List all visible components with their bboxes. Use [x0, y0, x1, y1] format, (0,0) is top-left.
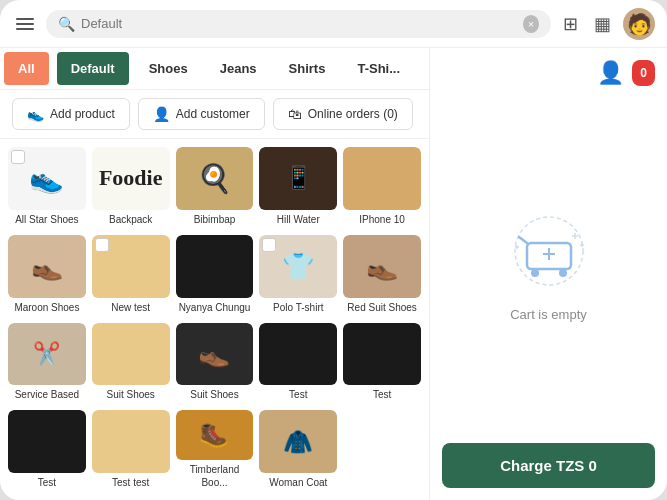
product-card[interactable]: Test: [8, 410, 86, 492]
avatar[interactable]: 🧑: [623, 8, 655, 40]
product-card[interactable]: Nyanya Chungu: [176, 235, 254, 317]
grid-view-button[interactable]: ⊞: [559, 9, 582, 39]
product-card[interactable]: New test: [92, 235, 170, 317]
tab-tshirts[interactable]: T-Shi...: [341, 48, 416, 89]
product-card[interactable]: Test: [259, 323, 337, 405]
search-clear-button[interactable]: ×: [523, 15, 539, 33]
product-card[interactable]: 👞 Maroon Shoes: [8, 235, 86, 317]
online-orders-button[interactable]: 🛍 Online orders (0): [273, 98, 413, 130]
product-card[interactable]: 👟 All Star Shoes: [8, 147, 86, 229]
product-card[interactable]: Test test: [92, 410, 170, 492]
right-top-row: 👤 0: [442, 60, 655, 86]
cart-empty-label: Cart is empty: [510, 307, 587, 322]
cart-illustration: [499, 215, 599, 295]
product-card[interactable]: IPhone 10: [343, 147, 421, 229]
product-card[interactable]: Suit Shoes: [92, 323, 170, 405]
product-card[interactable]: 👞 Red Suit Shoes: [343, 235, 421, 317]
svg-point-2: [531, 269, 539, 277]
product-card[interactable]: 🥾 Timberland Boo...: [176, 410, 254, 492]
device-frame: 🔍 × ⊞ ▦ 🧑 All Default Shoes Jeans Shirts…: [0, 0, 667, 500]
left-panel: All Default Shoes Jeans Shirts T-Shi... …: [0, 48, 430, 500]
top-bar: 🔍 × ⊞ ▦ 🧑: [0, 0, 667, 48]
tab-shirts[interactable]: Shirts: [273, 48, 342, 89]
product-card[interactable]: ✂️ Service Based: [8, 323, 86, 405]
search-icon: 🔍: [58, 16, 75, 32]
tab-all[interactable]: All: [4, 52, 49, 85]
product-card[interactable]: 📱 Hill Water: [259, 147, 337, 229]
add-customer-button[interactable]: 👤 Add customer: [138, 98, 265, 130]
shoe-icon: 👟: [27, 106, 44, 122]
cart-button[interactable]: 0: [632, 60, 655, 86]
product-card[interactable]: Test: [343, 323, 421, 405]
hamburger-menu[interactable]: [12, 14, 38, 34]
bag-icon: 🛍: [288, 106, 302, 122]
customer-icon: 👤: [153, 106, 170, 122]
add-product-button[interactable]: 👟 Add product: [12, 98, 130, 130]
product-card[interactable]: Foodie Backpack: [92, 147, 170, 229]
cart-empty-area: Cart is empty: [499, 94, 599, 443]
main-content: All Default Shoes Jeans Shirts T-Shi... …: [0, 48, 667, 500]
user-profile-button[interactable]: 👤: [597, 60, 624, 86]
tab-default[interactable]: Default: [57, 52, 129, 85]
right-panel: 👤 0: [430, 48, 667, 500]
product-card[interactable]: 🧥 Woman Coat: [259, 410, 337, 492]
svg-point-3: [559, 269, 567, 277]
category-tabs: All Default Shoes Jeans Shirts T-Shi...: [0, 48, 429, 90]
product-card[interactable]: 👕 Polo T-shirt: [259, 235, 337, 317]
charge-button[interactable]: Charge TZS 0: [442, 443, 655, 488]
tab-jeans[interactable]: Jeans: [204, 48, 273, 89]
search-box: 🔍 ×: [46, 10, 551, 38]
search-input[interactable]: [81, 16, 517, 31]
action-row: 👟 Add product 👤 Add customer 🛍 Online or…: [0, 90, 429, 139]
product-card[interactable]: 👞 Suit Shoes: [176, 323, 254, 405]
product-card[interactable]: 🍳 Bibimbap: [176, 147, 254, 229]
products-grid: 👟 All Star Shoes Foodie Backpack 🍳: [0, 139, 429, 500]
tab-shoes[interactable]: Shoes: [133, 48, 204, 89]
barcode-button[interactable]: ▦: [590, 9, 615, 39]
